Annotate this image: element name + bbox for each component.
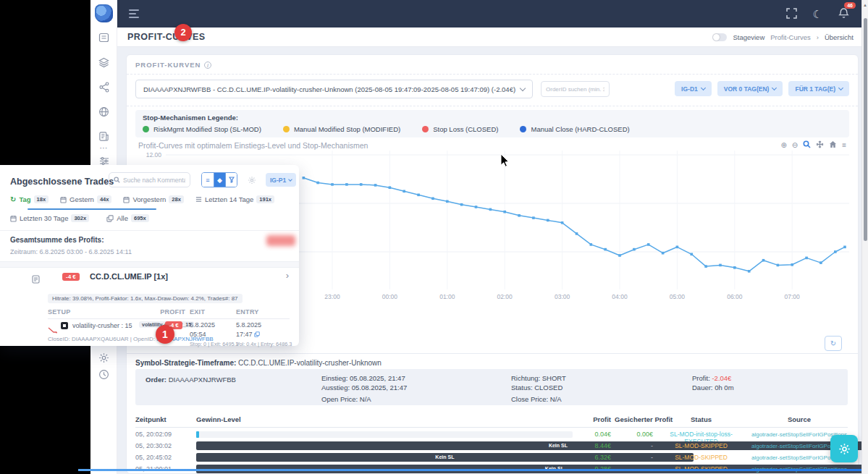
timeframe-value: CC.D.CL.UME.IP-volatility-crusher-Unknow… — [236, 359, 382, 367]
divider — [135, 427, 848, 428]
breadcrumb: Stageview Profit-Curves › Übersicht — [712, 33, 854, 41]
sidebar-item-share[interactable] — [90, 82, 117, 96]
trades-search-input[interactable] — [123, 177, 185, 184]
tab-gestern[interactable]: Gestern44x — [60, 195, 111, 203]
sidebar-item-settings-gear-icon[interactable] — [90, 352, 117, 366]
scrollbar-th[interactable] — [864, 18, 867, 241]
ausstieg-value: Ausstieg: 05.08.2025, 21:47 — [321, 383, 407, 392]
chart-refresh-button[interactable]: ↻ — [825, 336, 842, 351]
fullscreen-icon[interactable] — [786, 8, 797, 20]
table-row[interactable]: 05, 20:02:09 0.04€ 0.00€ SL-MOD-init-sto… — [127, 428, 858, 440]
ig-d1-dropdown-button[interactable]: IG-D1 — [675, 81, 712, 96]
breadcrumb-item[interactable]: Profit-Curves — [770, 33, 810, 41]
chevron-down-icon — [838, 85, 843, 90]
zoom-in-icon[interactable]: ⊕ — [780, 142, 786, 149]
breadcrumb-bar: PROFIT-CURVES Stageview Profit-Curves › … — [117, 27, 868, 47]
stageview-toggle[interactable] — [712, 33, 727, 41]
scroll-up-arrow[interactable]: ▲ — [863, 3, 867, 7]
info-icon[interactable]: i — [204, 62, 211, 69]
row-gesichert: 0.00€ — [615, 431, 653, 438]
expand-symbol-icon[interactable] — [32, 274, 40, 287]
notifications-bell-icon[interactable]: 46 — [838, 7, 849, 20]
legend-dot-yellow — [283, 126, 290, 132]
row-status: SL-MOD-SKIPPED — [656, 442, 746, 449]
svg-text:05:00: 05:00 — [670, 293, 686, 300]
legend-label: RiskMgmt Modified Stop (SL-MOD) — [153, 125, 261, 133]
richtung-value: Richtung: SHORT — [511, 373, 566, 383]
symbol-name[interactable]: CC.D.CL.UME.IP [1x] — [90, 272, 168, 281]
list-icon — [195, 196, 202, 203]
copy-icon — [106, 215, 114, 222]
svg-text:02:00: 02:00 — [497, 293, 513, 300]
panel-settings-gear-icon[interactable] — [248, 174, 256, 187]
chevron-right-icon[interactable]: › — [286, 270, 289, 281]
exit-date: 6.8.2025 — [190, 321, 215, 329]
col-gewinn-level: Gewinn-Level — [196, 415, 241, 423]
sidebar-item-layers[interactable] — [90, 57, 117, 71]
tab-vorgestern[interactable]: Vorgestern28x — [123, 195, 183, 203]
notification-count-badge: 46 — [844, 2, 856, 9]
tab-tag[interactable]: ↻Tag18x — [10, 195, 49, 203]
order-label: Order: — [146, 376, 167, 384]
dark-mode-moon-icon[interactable]: ☾ — [813, 9, 822, 20]
profit-curve-select[interactable]: DIAAAAPXNJRWFBB - CC.D.CL.UME.IP-volatil… — [135, 80, 533, 98]
legend-item: RiskMgmt Modified Stop (SL-MOD) — [143, 125, 261, 133]
fuer-tage-dropdown-button[interactable]: FÜR 1 TAG(E) — [788, 81, 849, 96]
count-badge: 28x — [169, 195, 184, 203]
calendar-icon — [123, 196, 130, 203]
scope-label: IG-P1 — [270, 177, 286, 184]
row-time: 05, 20:02:09 — [135, 431, 172, 438]
orderid-search-input[interactable] — [541, 81, 610, 97]
entry-time-line: 17:47 — [236, 331, 260, 338]
symbol-profit-badge: -4 € — [62, 273, 80, 281]
col-profit: PROFIT — [152, 308, 185, 316]
gewinn-level-bar — [196, 431, 573, 438]
vor-tagen-dropdown-button[interactable]: VOR 0 TAG(EN) — [717, 81, 783, 96]
status-value: Status: CLOSED — [511, 383, 566, 392]
diamond-view-icon[interactable]: ◆ — [214, 173, 225, 187]
sidebar-item-more-icon[interactable]: ⋯ — [90, 143, 117, 153]
divider — [0, 230, 299, 231]
button-label: IG-D1 — [681, 85, 698, 93]
row-profit: 0.04€ — [573, 431, 611, 438]
tab-letzten-14-tage[interactable]: Letzten 14 Tage191x — [195, 195, 274, 203]
table-row[interactable]: 05, 20:45:02 Kein SL 6.32€ - SL-MOD-SKIP… — [127, 452, 858, 463]
app-logo[interactable] — [95, 4, 113, 22]
sidebar-item-history-clock-icon[interactable] — [90, 369, 117, 383]
search-icon — [114, 177, 120, 183]
col-setup: SETUP — [48, 308, 71, 316]
mouse-cursor — [500, 153, 510, 170]
trade-ids: CloseID: DIAAAAPXQAU6UAR | OpenID: DIAAA… — [48, 336, 214, 342]
sidebar-item-globe[interactable] — [90, 106, 117, 120]
sidebar-item-dashboard[interactable] — [90, 33, 117, 46]
count-badge: 18x — [34, 195, 49, 203]
trades-search-box[interactable] — [109, 172, 190, 187]
panel-title: Abgeschlossene Trades — [10, 177, 114, 187]
close-price-value: Close Price: N/A — [511, 394, 566, 404]
vertical-scrollbar[interactable]: ▲ — [861, 0, 868, 474]
divider — [127, 106, 858, 106]
abgeschlossene-trades-panel: Abgeschlossene Trades ≡ ◆ IG-P1 ↻Tag18x … — [0, 165, 299, 346]
scope-dropdown-button[interactable]: IG-P1 — [266, 173, 296, 187]
settings-fab-button[interactable] — [830, 435, 858, 462]
hamburger-menu-icon[interactable] — [129, 7, 139, 20]
profit-curve-select-value: DIAAAAPXNJRWFBB - CC.D.CL.UME.IP-volatil… — [143, 85, 515, 93]
svg-text:03:00: 03:00 — [555, 293, 570, 300]
zoom-out-icon[interactable]: ⊖ — [792, 142, 798, 149]
tab-alle[interactable]: Alle695x — [106, 214, 149, 222]
list-view-icon[interactable]: ≡ — [202, 173, 214, 187]
timeframe-label: Symbol-Strategie-Timeframe: — [135, 359, 236, 367]
breadcrumb-separator: › — [817, 33, 819, 41]
legend-dot-blue — [520, 126, 526, 132]
divider — [0, 261, 299, 268]
legend-item: Manual Close (HARD-CLOSED) — [520, 125, 629, 133]
menu-icon[interactable]: ≡ — [842, 142, 846, 149]
count-badge: 302x — [71, 214, 89, 222]
funnel-view-icon[interactable] — [225, 173, 237, 187]
strategy-icon — [61, 322, 68, 329]
legend-label: Manual Modified Stop (MODIFIED) — [294, 125, 400, 133]
divider — [48, 318, 290, 319]
copy-icon[interactable] — [254, 331, 260, 337]
table-row[interactable]: 05, 20:30:02 Kein SL 8.44€ - SL-MOD-SKIP… — [127, 440, 858, 452]
tab-letzten-30-tage[interactable]: Letzten 30 Tage302x — [10, 214, 89, 222]
